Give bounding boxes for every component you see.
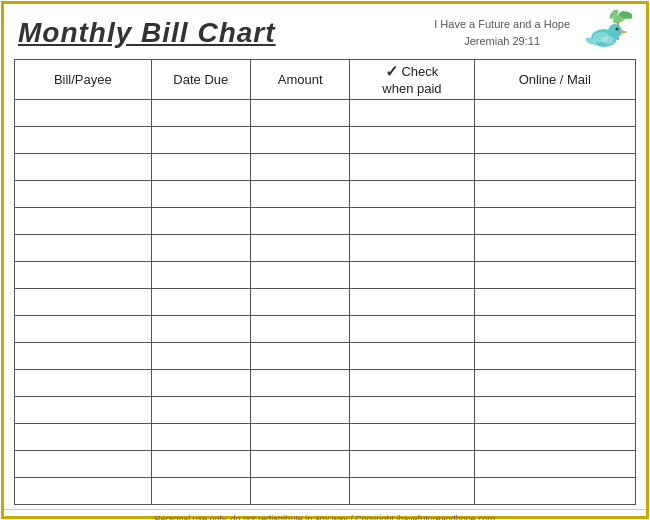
- table-cell[interactable]: [15, 477, 152, 504]
- table-cell[interactable]: [250, 423, 349, 450]
- table-row: [15, 369, 636, 396]
- table-cell[interactable]: [350, 423, 474, 450]
- col-header-amount: Amount: [250, 60, 349, 100]
- table-cell[interactable]: [350, 477, 474, 504]
- table-cell[interactable]: [15, 207, 152, 234]
- tagline: I Have a Future and a Hope Jeremiah 29:1…: [434, 16, 570, 49]
- table-cell[interactable]: [151, 126, 250, 153]
- table-cell[interactable]: [250, 477, 349, 504]
- table-cell[interactable]: [151, 180, 250, 207]
- table-row: [15, 234, 636, 261]
- table-cell[interactable]: [151, 342, 250, 369]
- table-cell[interactable]: [250, 99, 349, 126]
- table-cell[interactable]: [250, 234, 349, 261]
- col-header-check-paid: ✓ Check when paid: [350, 60, 474, 100]
- table-cell[interactable]: [474, 369, 635, 396]
- table-cell[interactable]: [250, 126, 349, 153]
- table-cell[interactable]: [15, 450, 152, 477]
- table-cell[interactable]: [15, 261, 152, 288]
- table-cell[interactable]: [350, 207, 474, 234]
- table-cell[interactable]: [151, 369, 250, 396]
- table-cell[interactable]: [250, 396, 349, 423]
- table-cell[interactable]: [15, 180, 152, 207]
- col-header-date-due: Date Due: [151, 60, 250, 100]
- table-cell[interactable]: [474, 126, 635, 153]
- table-cell[interactable]: [250, 207, 349, 234]
- header: Monthly Bill Chart I Have a Future and a…: [4, 4, 646, 59]
- table-cell[interactable]: [151, 99, 250, 126]
- table-row: [15, 180, 636, 207]
- table-wrapper: Bill/Payee Date Due Amount ✓ Check: [4, 59, 646, 505]
- table-cell[interactable]: [350, 99, 474, 126]
- table-cell[interactable]: [15, 342, 152, 369]
- svg-point-5: [608, 24, 622, 38]
- table-cell[interactable]: [474, 180, 635, 207]
- table-cell[interactable]: [250, 288, 349, 315]
- table-cell[interactable]: [350, 450, 474, 477]
- table-cell[interactable]: [151, 423, 250, 450]
- table-cell[interactable]: [350, 396, 474, 423]
- table-cell[interactable]: [15, 99, 152, 126]
- table-cell[interactable]: [151, 288, 250, 315]
- table-cell[interactable]: [474, 261, 635, 288]
- table-cell[interactable]: [15, 315, 152, 342]
- table-cell[interactable]: [250, 450, 349, 477]
- table-cell[interactable]: [474, 315, 635, 342]
- table-row: [15, 396, 636, 423]
- table-row: [15, 99, 636, 126]
- table-cell[interactable]: [474, 153, 635, 180]
- table-cell[interactable]: [151, 315, 250, 342]
- table-cell[interactable]: [474, 99, 635, 126]
- table-cell[interactable]: [15, 234, 152, 261]
- table-cell[interactable]: [350, 261, 474, 288]
- table-cell[interactable]: [474, 288, 635, 315]
- table-cell[interactable]: [15, 288, 152, 315]
- table-cell[interactable]: [250, 180, 349, 207]
- table-cell[interactable]: [350, 180, 474, 207]
- table-cell[interactable]: [151, 261, 250, 288]
- page-container: Monthly Bill Chart I Have a Future and a…: [1, 1, 649, 519]
- table-row: [15, 450, 636, 477]
- table-cell[interactable]: [151, 207, 250, 234]
- svg-point-10: [602, 36, 614, 44]
- table-cell[interactable]: [151, 477, 250, 504]
- table-cell[interactable]: [350, 234, 474, 261]
- table-cell[interactable]: [474, 342, 635, 369]
- table-cell[interactable]: [15, 369, 152, 396]
- table-row: [15, 477, 636, 504]
- svg-marker-8: [621, 30, 628, 34]
- table-cell[interactable]: [250, 315, 349, 342]
- table-row: [15, 261, 636, 288]
- col-header-online-mail: Online / Mail: [474, 60, 635, 100]
- footer-text: Personal use only, do not redistribute i…: [4, 509, 646, 520]
- table-row: [15, 423, 636, 450]
- table-cell[interactable]: [474, 234, 635, 261]
- bill-chart-table: Bill/Payee Date Due Amount ✓ Check: [14, 59, 636, 505]
- table-cell[interactable]: [151, 450, 250, 477]
- table-cell[interactable]: [15, 126, 152, 153]
- table-cell[interactable]: [151, 153, 250, 180]
- table-row: [15, 153, 636, 180]
- table-cell[interactable]: [350, 153, 474, 180]
- table-cell[interactable]: [151, 234, 250, 261]
- table-cell[interactable]: [350, 288, 474, 315]
- table-cell[interactable]: [250, 342, 349, 369]
- table-cell[interactable]: [474, 477, 635, 504]
- table-cell[interactable]: [350, 126, 474, 153]
- table-cell[interactable]: [350, 369, 474, 396]
- table-cell[interactable]: [474, 396, 635, 423]
- table-cell[interactable]: [350, 315, 474, 342]
- table-row: [15, 315, 636, 342]
- table-cell[interactable]: [350, 342, 474, 369]
- table-cell[interactable]: [250, 261, 349, 288]
- table-cell[interactable]: [250, 369, 349, 396]
- table-cell[interactable]: [250, 153, 349, 180]
- table-cell[interactable]: [15, 396, 152, 423]
- table-cell[interactable]: [15, 153, 152, 180]
- table-cell[interactable]: [15, 423, 152, 450]
- table-cell[interactable]: [151, 396, 250, 423]
- table-cell[interactable]: [474, 207, 635, 234]
- table-cell[interactable]: [474, 450, 635, 477]
- checkmark-symbol: ✓: [385, 62, 398, 81]
- table-cell[interactable]: [474, 423, 635, 450]
